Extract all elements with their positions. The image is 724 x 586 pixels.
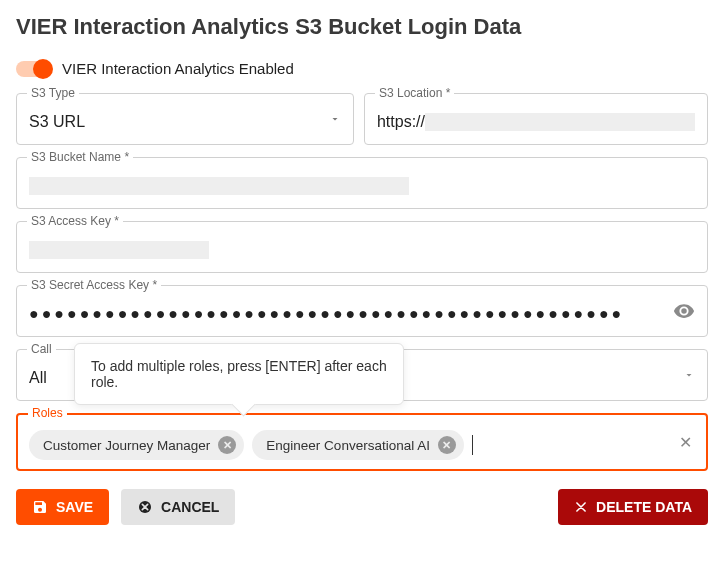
cancel-button-label: CANCEL [161, 499, 219, 515]
chip-remove-icon[interactable]: ✕ [218, 436, 236, 454]
s3-location-value-redacted [425, 113, 695, 131]
delete-data-button-label: DELETE DATA [596, 499, 692, 515]
enabled-toggle[interactable] [16, 61, 50, 77]
s3-bucket-name-field[interactable]: S3 Bucket Name * [16, 157, 708, 209]
roles-field[interactable]: To add multiple roles, press [ENTER] aft… [16, 413, 708, 471]
delete-data-button[interactable]: DELETE DATA [558, 489, 708, 525]
s3-location-label: S3 Location * [375, 86, 454, 100]
save-icon [32, 499, 48, 515]
s3-secret-key-value-masked: ●●●●●●●●●●●●●●●●●●●●●●●●●●●●●●●●●●●●●●●●… [29, 302, 695, 326]
s3-secret-key-field[interactable]: S3 Secret Access Key * ●●●●●●●●●●●●●●●●●… [16, 285, 708, 337]
call-select-label: Call [27, 342, 56, 356]
close-icon [574, 500, 588, 514]
chip-remove-icon[interactable]: ✕ [438, 436, 456, 454]
role-chip[interactable]: Engineer Conversational AI ✕ [252, 430, 464, 460]
s3-access-key-field[interactable]: S3 Access Key * [16, 221, 708, 273]
clear-roles-icon[interactable]: ✕ [679, 433, 692, 452]
role-chip-label: Customer Journey Manager [43, 438, 210, 453]
s3-bucket-name-label: S3 Bucket Name * [27, 150, 133, 164]
role-chip[interactable]: Customer Journey Manager ✕ [29, 430, 244, 460]
s3-bucket-name-value-redacted [29, 177, 409, 195]
chevron-down-icon [329, 113, 341, 125]
chevron-down-icon [683, 369, 695, 381]
visibility-toggle-icon[interactable] [673, 300, 695, 322]
roles-tooltip: To add multiple roles, press [ENTER] aft… [74, 343, 404, 405]
enabled-toggle-row: VIER Interaction Analytics Enabled [16, 60, 708, 77]
roles-chips-container: Customer Journey Manager ✕ Engineer Conv… [29, 430, 695, 460]
enabled-toggle-label: VIER Interaction Analytics Enabled [62, 60, 294, 77]
s3-access-key-value-redacted [29, 241, 209, 259]
s3-type-label: S3 Type [27, 86, 79, 100]
cancel-button[interactable]: CANCEL [121, 489, 235, 525]
s3-secret-key-label: S3 Secret Access Key * [27, 278, 161, 292]
role-chip-label: Engineer Conversational AI [266, 438, 430, 453]
s3-access-key-label: S3 Access Key * [27, 214, 123, 228]
save-button-label: SAVE [56, 499, 93, 515]
button-row: SAVE CANCEL DELETE DATA [16, 489, 708, 525]
save-button[interactable]: SAVE [16, 489, 109, 525]
s3-location-field[interactable]: S3 Location * https:// [364, 93, 708, 145]
s3-location-prefix: https:// [377, 113, 425, 131]
page-title: VIER Interaction Analytics S3 Bucket Log… [16, 14, 708, 40]
cancel-icon [137, 499, 153, 515]
s3-type-value: S3 URL [29, 110, 341, 134]
roles-label: Roles [28, 406, 67, 420]
roles-input-caret[interactable] [472, 435, 473, 455]
s3-type-select[interactable]: S3 Type S3 URL [16, 93, 354, 145]
